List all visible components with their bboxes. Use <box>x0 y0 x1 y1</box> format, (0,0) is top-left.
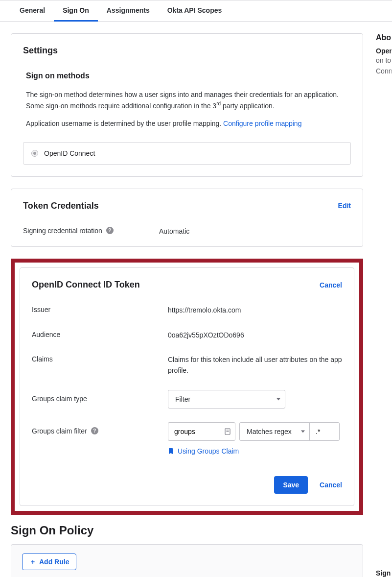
about-line3: Conn <box>376 66 392 76</box>
tab-sign-on[interactable]: Sign On <box>54 0 98 22</box>
cancel-id-token-link[interactable]: Cancel <box>320 281 342 289</box>
about-subhead: Open <box>376 47 392 55</box>
issuer-value: https://tremolo.okta.com <box>168 305 342 315</box>
groups-claim-pattern-input[interactable] <box>309 422 340 441</box>
add-rule-button[interactable]: + Add Rule <box>22 553 76 570</box>
about-line2: on to <box>376 55 392 66</box>
configure-profile-mapping-link[interactable]: Configure profile mapping <box>223 120 301 127</box>
claims-value: Claims for this token include all user a… <box>168 354 342 376</box>
highlight-box: OpenID Connect ID Token Cancel Issuer ht… <box>11 259 363 515</box>
signing-rotation-value: Automatic <box>159 226 351 237</box>
help-icon[interactable]: ? <box>106 227 114 234</box>
settings-title: Settings <box>23 46 351 56</box>
sidebar-sign-heading: Sign <box>376 569 392 577</box>
audience-label: Audience <box>32 330 168 338</box>
book-icon <box>225 428 231 435</box>
using-groups-claim-link[interactable]: Using Groups Claim <box>178 446 239 457</box>
desc-suffix: party application. <box>221 102 275 110</box>
token-credentials-title: Token Credentials <box>23 201 99 211</box>
signing-rotation-label: Signing credential rotation ? <box>23 226 159 235</box>
edit-token-credentials-link[interactable]: Edit <box>338 202 351 210</box>
tab-okta-api-scopes[interactable]: Okta API Scopes <box>159 0 231 22</box>
tab-general[interactable]: General <box>11 0 54 22</box>
rotation-label-text: Signing credential rotation <box>23 227 102 235</box>
tab-assignments[interactable]: Assignments <box>98 0 159 22</box>
groups-claim-filter-label: Groups claim filter ? <box>32 422 168 435</box>
desc-prefix: The sign-on method determines how a user… <box>26 91 339 110</box>
sign-on-policy-heading: Sign On Policy <box>11 524 363 537</box>
groups-op-selected: Matches regex <box>247 426 292 437</box>
help-icon[interactable]: ? <box>91 427 98 434</box>
openid-connect-radio-row[interactable]: OpenID Connect <box>23 142 351 165</box>
groups-claim-type-label: Groups claim type <box>32 390 168 403</box>
book-icon <box>168 448 174 455</box>
about-heading: Abou <box>376 33 392 42</box>
id-token-title: OpenID Connect ID Token <box>32 280 140 290</box>
claims-label: Claims <box>32 354 168 363</box>
token-credentials-card: Token Credentials Edit Signing credentia… <box>11 189 363 247</box>
radio-icon <box>31 150 38 157</box>
save-button[interactable]: Save <box>274 476 308 494</box>
sidebar: Abou Open on to Conn <box>376 33 392 77</box>
chevron-down-icon <box>301 430 305 433</box>
username-description: Application username is determined by th… <box>23 118 351 129</box>
openid-connect-radio-label: OpenID Connect <box>44 149 95 157</box>
groups-type-selected: Filter <box>175 394 190 405</box>
cancel-button[interactable]: Cancel <box>320 481 342 489</box>
sign-on-methods-heading: Sign on methods <box>23 72 351 80</box>
plus-icon: + <box>29 558 36 565</box>
sign-on-policy-card: + Add Rule <box>11 544 363 577</box>
username-desc-text: Application username is determined by th… <box>26 120 223 127</box>
issuer-label: Issuer <box>32 305 168 313</box>
id-token-card: OpenID Connect ID Token Cancel Issuer ht… <box>20 267 354 506</box>
groups-claim-type-select[interactable]: Filter <box>168 390 285 409</box>
groups-filter-label-text: Groups claim filter <box>32 427 87 435</box>
settings-card: Settings Sign on methods The sign-on met… <box>11 33 363 177</box>
audience-value: 0oa62jv55pXOztODo696 <box>168 330 342 340</box>
sign-on-description: The sign-on method determines how a user… <box>23 89 351 111</box>
chevron-down-icon <box>277 398 280 400</box>
add-rule-label: Add Rule <box>39 558 69 566</box>
groups-claim-operator-select[interactable]: Matches regex <box>239 422 310 441</box>
desc-sup: rd <box>216 101 221 106</box>
tabs-bar: General Sign On Assignments Okta API Sco… <box>0 0 392 22</box>
